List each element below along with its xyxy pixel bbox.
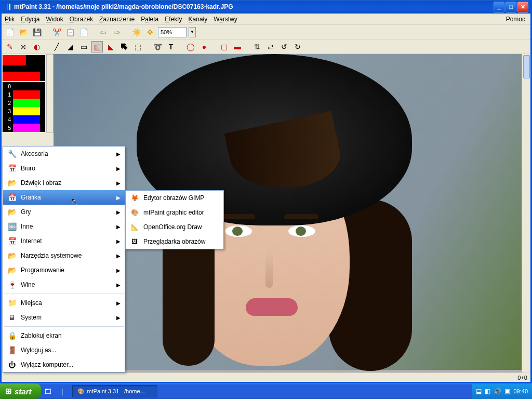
brightness-icon[interactable]: ☀️ <box>131 26 142 38</box>
gradient-tool-icon[interactable]: 🢄 <box>118 41 130 52</box>
startmenu-item-8[interactable]: 📂Programowanie▶ <box>3 263 125 277</box>
menu-pomoc[interactable]: Pomoc <box>506 16 525 23</box>
menu-efekty[interactable]: Efekty <box>165 16 182 23</box>
start-button[interactable]: ⊞ start <box>0 383 41 399</box>
taskbar-item-mtpaint[interactable]: 🎨 mtPaint 3.31 - /home... <box>72 385 157 397</box>
systray[interactable]: ⬓ ◧ 🔊 ▣ 09:40 <box>472 383 532 399</box>
toolbar-file: 📄 📂 💾 ✂️ 📋 📄 ⇦ ⇨ ☀️ ✥ 50% ▼ <box>2 25 530 39</box>
quicklaunch-show-desktop-icon[interactable]: 🗔 <box>42 385 55 397</box>
cut-icon[interactable]: ✂️ <box>51 26 62 38</box>
lasso-tool-icon[interactable]: ➰ <box>152 41 163 52</box>
submenu-item-icon: 🦊 <box>130 193 139 203</box>
zoom-dropdown-icon[interactable]: ▼ <box>189 27 196 37</box>
menu-kanaly[interactable]: Kanały <box>189 16 208 23</box>
tray-clock[interactable]: 09:40 <box>513 388 528 394</box>
redo-icon[interactable]: ⇨ <box>111 26 123 38</box>
statusbar: 0+0 <box>2 373 530 382</box>
palette-row[interactable]: 0 <box>3 82 45 90</box>
menu-obrazek[interactable]: Obrazek <box>70 16 93 23</box>
text-tool-icon[interactable]: T <box>165 41 177 52</box>
palette-row[interactable]: 5 <box>3 124 45 132</box>
maximize-button[interactable]: □ <box>506 2 516 12</box>
menu-item-icon: 🚪 <box>7 345 17 355</box>
shuffle-tool-icon[interactable]: ⤮ <box>18 41 29 52</box>
startmenu-item-1[interactable]: 📅Biuro▶ <box>3 161 125 176</box>
menu-item-label: Programowanie <box>21 267 64 274</box>
paint-tool-icon[interactable]: ✎ <box>4 41 16 52</box>
startmenu-item-6[interactable]: 📅Internet▶ <box>3 234 125 248</box>
picker-tool-icon[interactable]: ⬚ <box>132 41 143 52</box>
startmenu-session-1[interactable]: 🚪Wyloguj as... <box>3 343 125 357</box>
palette-row[interactable]: 3 <box>3 107 45 115</box>
startmenu-session-0[interactable]: 🔒Zablokuj ekran <box>3 328 125 343</box>
palette-list[interactable]: 012345 <box>3 82 45 132</box>
menu-widok[interactable]: Widok <box>46 16 63 23</box>
menu-paleta[interactable]: Paleta <box>141 16 158 23</box>
startmenu-item-7[interactable]: 📂Narzędzia systemowe▶ <box>3 248 125 263</box>
startmenu-item-5[interactable]: 🔤Inne▶ <box>3 219 125 234</box>
menu-zaznaczenie[interactable]: Zaznaczenie <box>99 16 135 23</box>
menu-item-label: Wyloguj as... <box>21 347 57 354</box>
menu-plik[interactable]: Plik <box>5 16 15 23</box>
undo-icon[interactable]: ⇦ <box>98 26 109 38</box>
flip-h-icon[interactable]: ⇄ <box>265 41 276 52</box>
fill-rect-icon[interactable]: ▬ <box>232 41 243 52</box>
menu-warstwy[interactable]: Warstwy <box>214 16 237 23</box>
color-swatch[interactable] <box>3 55 45 81</box>
submenu-item-2[interactable]: 📐OpenOffice.org Draw <box>126 220 223 234</box>
line-tool-icon[interactable]: ╱ <box>51 41 62 52</box>
tray-icon[interactable]: ⬓ <box>476 388 482 395</box>
submenu-item-3[interactable]: 🖼Przeglądarka obrazów <box>126 234 223 249</box>
startmenu-item-4[interactable]: 📂Gry▶ <box>3 205 125 219</box>
smudge-tool-icon[interactable]: ◢ <box>64 41 76 52</box>
titlebar[interactable]: mtPaint 3.31 - /home/as/moje pliki2/magd… <box>2 0 530 14</box>
polygon-tool-icon[interactable]: ◣ <box>105 41 116 52</box>
menu-edycja[interactable]: Edycja <box>21 16 39 23</box>
clone-tool-icon[interactable]: ▭ <box>78 41 89 52</box>
submenu-item-1[interactable]: 🎨mtPaint graphic editor <box>126 205 223 220</box>
open-file-icon[interactable]: 📂 <box>18 26 29 38</box>
paste-icon[interactable]: 📄 <box>78 26 89 38</box>
new-file-icon[interactable]: 📄 <box>4 26 16 38</box>
ellipse-tool-icon[interactable]: ◯ <box>185 41 196 52</box>
menu-item-label: Gry <box>21 208 31 216</box>
zoom-input[interactable]: 50% <box>158 27 187 37</box>
tray-icon[interactable]: ◧ <box>485 388 490 395</box>
copy-icon[interactable]: 📋 <box>64 26 76 38</box>
startmenu-places-1[interactable]: 🖥System▶ <box>3 310 125 325</box>
pan-icon[interactable]: ✥ <box>144 26 156 38</box>
rotate-cw-icon[interactable]: ↻ <box>292 41 303 52</box>
canvas-scrollbar-v[interactable] <box>522 54 530 373</box>
submenu-arrow-icon: ▶ <box>116 268 121 273</box>
outline-rect-icon[interactable]: ▢ <box>218 41 230 52</box>
tray-volume-icon[interactable]: 🔊 <box>494 388 501 395</box>
save-file-icon[interactable]: 💾 <box>31 26 43 38</box>
palette-row[interactable]: 2 <box>3 99 45 107</box>
select-tool-icon[interactable]: ▦ <box>91 41 103 52</box>
startmenu-item-2[interactable]: 📂Dźwięk i obraz▶ <box>3 176 125 190</box>
tray-icon[interactable]: ▣ <box>504 388 510 395</box>
palette-row[interactable]: 4 <box>3 115 45 124</box>
floodfill-tool-icon[interactable]: ◐ <box>31 41 43 52</box>
menu-item-label: Wyłącz komputer... <box>21 361 73 368</box>
menu-item-icon: 📁 <box>7 298 17 308</box>
flip-v-icon[interactable]: ⇅ <box>251 41 263 52</box>
startmenu-session-2[interactable]: ⏻Wyłącz komputer... <box>3 357 125 372</box>
startmenu-item-9[interactable]: 🍷Wine▶ <box>3 277 125 292</box>
minimize-button[interactable]: _ <box>494 2 504 12</box>
close-button[interactable]: ✕ <box>517 2 528 12</box>
app-icon <box>4 3 12 11</box>
startmenu-places-0[interactable]: 📁Miejsca▶ <box>3 296 125 310</box>
startmenu-item-3[interactable]: 📅Grafika▶ <box>3 190 125 205</box>
rotate-ccw-icon[interactable]: ↺ <box>278 41 290 52</box>
palette-row[interactable]: 1 <box>3 90 45 99</box>
palette-scrollbar[interactable] <box>46 54 54 133</box>
submenu-arrow-icon: ▶ <box>116 238 121 244</box>
windows-logo-icon: ⊞ <box>5 387 12 396</box>
submenu-item-0[interactable]: 🦊Edytor obrazów GIMP <box>126 191 223 205</box>
toolbar-tools: ✎ ⤮ ◐ ╱ ◢ ▭ ▦ ◣ 🢄 ⬚ ➰ T ◯ ● ▢ ▬ ⇅ ⇄ ↺ ↻ <box>2 39 530 54</box>
submenu-arrow-icon: ▶ <box>116 151 121 157</box>
startmenu-item-0[interactable]: 🔧Akcesoria▶ <box>3 147 125 161</box>
fill-ellipse-icon[interactable]: ● <box>198 41 210 52</box>
menu-item-label: Grafika <box>21 194 41 201</box>
